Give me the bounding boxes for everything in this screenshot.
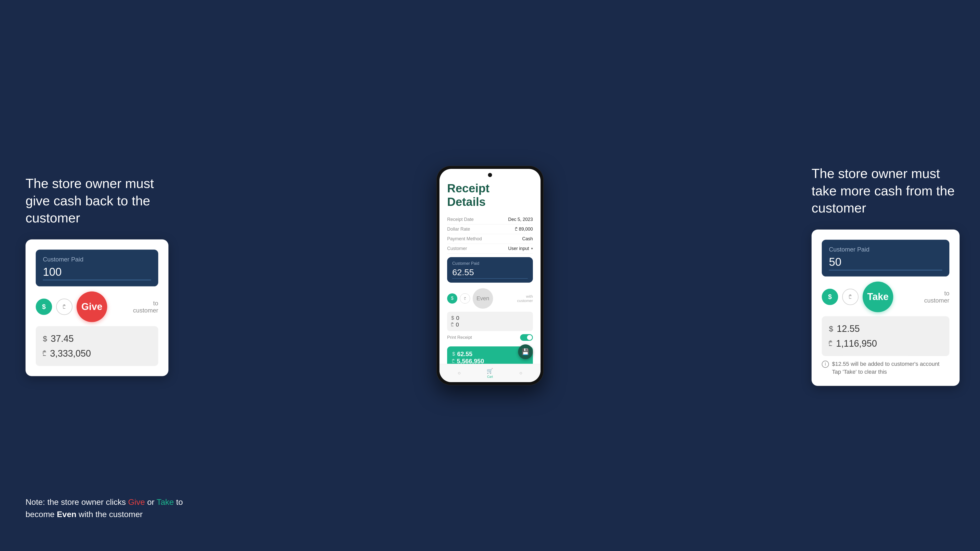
phone-dollar-btn[interactable]: $ <box>447 293 457 303</box>
phone-lari-btn[interactable]: ₾ <box>460 293 470 303</box>
left-result-dollar-val: 37.45 <box>51 333 74 344</box>
right-lari-btn[interactable]: ₾ <box>842 289 859 305</box>
nav-item-3[interactable]: ○ <box>519 370 522 376</box>
right-result-lari-sym: ₾ <box>829 339 832 348</box>
left-buttons-row: $ ₾ Give to customer <box>36 291 158 322</box>
note-or: or <box>145 497 157 507</box>
receipt-date-row: Receipt Date Dec 5, 2023 <box>447 215 533 224</box>
phone-even-btn[interactable]: Even <box>473 288 493 309</box>
info-icon: i <box>822 361 829 368</box>
phone-total-lari-sym: ₾ <box>452 358 455 364</box>
save-fab[interactable]: 💾 <box>518 345 533 359</box>
left-result-dollar-sym: $ <box>43 334 47 343</box>
left-result-dollar-row: $ 37.45 <box>43 331 151 346</box>
right-warning-section: i $12.55 will be added to customer's acc… <box>822 360 950 376</box>
customer-dropdown-value: User input <box>508 246 529 251</box>
right-panel: The store owner must take more cash from… <box>811 165 959 386</box>
nav-cart-label: Cart <box>487 375 493 379</box>
phone-navbar: ○ 🛒 Cart ○ <box>439 364 541 382</box>
left-paid-label: Customer Paid <box>43 256 151 263</box>
chevron-down-icon: ▾ <box>531 246 533 251</box>
customer-label: Customer <box>447 246 467 251</box>
phone-total-dollar-sym: $ <box>452 351 455 357</box>
left-paid-section: Customer Paid 100 <box>36 249 158 286</box>
payment-method-value: Cash <box>522 236 533 241</box>
right-buttons-row: $ ₾ Take to customer <box>822 282 950 312</box>
warning-line1: $12.55 will be added to customer's accou… <box>832 361 939 367</box>
phone-notch <box>488 173 492 177</box>
phone-result-dollar-val: 0 <box>456 315 459 321</box>
receipt-date-value: Dec 5, 2023 <box>508 217 533 222</box>
left-result-section: $ 37.45 ₾ 3,333,050 <box>36 326 158 366</box>
warning-line2: Tap 'Take' to clear this <box>832 368 887 375</box>
phone-result-section: $ 0 ₾ 0 <box>447 312 533 331</box>
left-lari-btn[interactable]: ₾ <box>56 299 73 315</box>
phone-result-lari-val: 0 <box>456 321 459 328</box>
print-label: Print Receipt <box>447 335 472 340</box>
left-result-lari-val: 3,333,050 <box>50 348 91 359</box>
save-icon: 💾 <box>522 348 529 355</box>
phone-paid-input[interactable]: 62.55 <box>452 267 528 279</box>
note-even: Even <box>57 510 76 519</box>
phone-with-label: with customer <box>496 294 533 303</box>
nav-item-cart[interactable]: 🛒 Cart <box>487 368 493 379</box>
dollar-rate-row: Dollar Rate ₾ 89,000 <box>447 224 533 234</box>
note-give: Give <box>128 497 145 507</box>
customer-row: Customer User input ▾ <box>447 244 533 254</box>
phone-print-row: Print Receipt <box>447 331 533 344</box>
left-result-lari-sym: ₾ <box>43 349 46 358</box>
right-result-dollar-row: $ 12.55 <box>829 321 942 336</box>
right-paid-value[interactable]: 50 <box>829 256 942 270</box>
right-take-btn[interactable]: Take <box>862 282 893 312</box>
phone-paid-label: Customer Paid <box>452 261 528 266</box>
right-result-dollar-sym: $ <box>829 324 833 333</box>
payment-method-label: Payment Method <box>447 236 482 241</box>
customer-dropdown[interactable]: User input ▾ <box>508 246 533 251</box>
phone-total-dollar-row: $ 62.55 <box>452 351 528 358</box>
right-result-lari-val: 1,116,950 <box>836 338 877 349</box>
phone-result-lari-sym: ₾ <box>451 322 454 327</box>
cart-icon: 🛒 <box>487 368 493 374</box>
payment-method-row: Payment Method Cash <box>447 234 533 244</box>
left-paid-value[interactable]: 100 <box>43 265 151 280</box>
right-dollar-btn[interactable]: $ <box>822 289 838 305</box>
left-to-customer-label: to customer <box>133 300 158 314</box>
right-card: Customer Paid 50 $ ₾ Take to customer $ … <box>811 230 959 386</box>
phone-screen-container: Receipt Details Receipt Date Dec 5, 2023… <box>439 169 541 382</box>
note-prefix: Note: the store owner clicks <box>25 497 128 507</box>
left-give-btn[interactable]: Give <box>76 291 107 322</box>
nav-icon-3: ○ <box>519 370 522 376</box>
phone-total-dollar-val: 62.55 <box>457 351 473 358</box>
print-toggle[interactable] <box>520 334 533 341</box>
receipt-date-label: Receipt Date <box>447 217 474 222</box>
left-result-lari-row: ₾ 3,333,050 <box>43 346 151 361</box>
receipt-title: Receipt Details <box>447 182 533 209</box>
right-to-customer-label: to customer <box>924 290 950 304</box>
phone-outer: Receipt Details Receipt Date Dec 5, 2023… <box>436 166 544 385</box>
right-description: The store owner must take more cash from… <box>811 165 959 217</box>
note-suffix2: with the customer <box>76 510 143 519</box>
bottom-note: Note: the store owner clicks Give or Tak… <box>25 496 183 520</box>
left-panel: The store owner must give cash back to t… <box>25 175 169 376</box>
right-paid-label: Customer Paid <box>829 246 942 253</box>
right-result-lari-row: ₾ 1,116,950 <box>829 336 942 351</box>
dollar-rate-value: ₾ 89,000 <box>515 227 533 232</box>
right-warning-text: $12.55 will be added to customer's accou… <box>832 360 939 376</box>
right-result-dollar-val: 12.55 <box>837 324 860 334</box>
left-dollar-btn[interactable]: $ <box>36 299 52 315</box>
right-paid-section: Customer Paid 50 <box>822 240 950 276</box>
phone-btns-row: $ ₾ Even with customer <box>447 288 533 309</box>
phone-result-dollar: $ 0 <box>451 315 529 321</box>
phone-result-lari: ₾ 0 <box>451 321 529 328</box>
phone-paid-block: Customer Paid 62.55 <box>447 257 533 283</box>
phone-result-dollar-sym: $ <box>451 315 454 321</box>
dollar-rate-label: Dollar Rate <box>447 227 470 232</box>
right-result-section: $ 12.55 ₾ 1,116,950 <box>822 316 950 356</box>
nav-item-1[interactable]: ○ <box>458 370 461 376</box>
left-description: The store owner must give cash back to t… <box>25 175 169 227</box>
note-take: Take <box>156 497 174 507</box>
phone-wrapper: Receipt Details Receipt Date Dec 5, 2023… <box>436 166 544 385</box>
nav-icon-1: ○ <box>458 370 461 376</box>
left-card: Customer Paid 100 $ ₾ Give to customer $… <box>25 239 169 376</box>
